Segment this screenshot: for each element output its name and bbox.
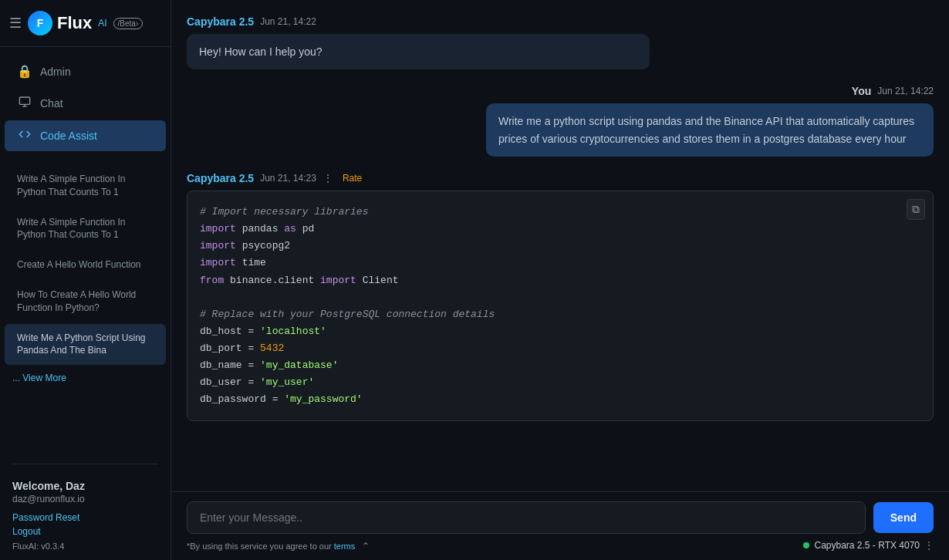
sender-name: Capybara 2.5 [187, 172, 254, 184]
list-item[interactable]: Write A Simple Function In Python That C… [5, 208, 166, 250]
conversation-list: Write A Simple Function In Python That C… [0, 160, 171, 457]
code-line: db_host = 'localhost' [200, 323, 920, 340]
logo-area: F Flux AI /Beta› [28, 11, 143, 35]
sidebar-footer: Welcome, Daz daz@runonflux.io Password R… [0, 471, 171, 560]
sidebar-item-label: Chat [40, 97, 63, 110]
code-line: db_port = 5432 [200, 340, 920, 357]
view-more-button[interactable]: ... View More [0, 366, 171, 390]
sender-name: Capybara 2.5 [187, 15, 254, 28]
message-input[interactable] [187, 501, 866, 534]
list-item[interactable]: Write A Simple Function In Python That C… [5, 165, 166, 207]
code-line: import time [200, 255, 920, 272]
code-line: db_name = 'my_database' [200, 357, 920, 374]
input-area: Send *By using this service you agree to… [171, 491, 949, 560]
chat-icon [17, 96, 32, 111]
hamburger-icon[interactable]: ☰ [9, 15, 22, 32]
sidebar-header: ☰ F Flux AI /Beta› [0, 0, 171, 47]
code-line: # Replace with your PostgreSQL connectio… [200, 306, 920, 323]
chevron-up-icon[interactable]: ⌃ [362, 541, 370, 552]
code-line: from binance.client import Client [200, 272, 920, 289]
terms-bar: *By using this service you agree to our … [187, 534, 934, 554]
model-status-dot [803, 542, 809, 548]
chat-messages: Capybara 2.5 Jun 21, 14:22 Hey! How can … [171, 0, 949, 491]
logout-link[interactable]: Logout [12, 526, 158, 537]
model-options-icon[interactable]: ⋮ [924, 540, 934, 551]
code-line: import psycopg2 [200, 238, 920, 255]
input-row: Send [187, 501, 934, 534]
message-header: Capybara 2.5 Jun 21, 14:22 [187, 15, 934, 28]
welcome-text: Welcome, Daz [12, 480, 158, 492]
timestamp: Jun 21, 14:22 [260, 16, 316, 27]
sidebar-item-admin[interactable]: 🔒 Admin [5, 56, 166, 86]
message-text: Hey! How can I help you? [199, 46, 323, 58]
sidebar-divider [12, 464, 158, 464]
logo-icon: F [28, 11, 52, 35]
message-options-icon[interactable]: ⋮ [323, 172, 333, 184]
code-line: db_user = 'my_user' [200, 374, 920, 391]
message-text: Write me a python script using pandas an… [498, 115, 914, 144]
code-line [200, 289, 920, 306]
sidebar: ☰ F Flux AI /Beta› 🔒 Admin Chat Code Ass… [0, 0, 171, 560]
sidebar-item-label: Code Assist [40, 130, 97, 142]
beta-label: /Beta› [113, 18, 144, 29]
timestamp: Jun 21, 14:23 [260, 173, 316, 184]
message-group: Capybara 2.5 Jun 21, 14:23 ⋮ Rate ⧉ # Im… [187, 172, 934, 421]
terms-text: *By using this service you agree to our … [187, 538, 370, 552]
password-reset-link[interactable]: Password Reset [12, 512, 158, 523]
sidebar-item-code-assist[interactable]: Code Assist [5, 120, 166, 151]
app-title: Flux [57, 13, 92, 33]
sidebar-nav: 🔒 Admin Chat Code Assist [0, 47, 171, 160]
list-item[interactable]: Write Me A Python Script Using Pandas An… [5, 324, 166, 366]
main-content: Capybara 2.5 Jun 21, 14:22 Hey! How can … [171, 0, 949, 560]
model-bar: Capybara 2.5 - RTX 4070 ⋮ [803, 540, 934, 551]
model-name: Capybara 2.5 - RTX 4070 [814, 540, 920, 551]
version-label: FluxAI: v0.3.4 [12, 541, 158, 551]
sender-name: You [852, 85, 871, 97]
message-bubble: Hey! How can I help you? [187, 34, 650, 69]
svg-rect-0 [19, 97, 29, 104]
user-email: daz@runonflux.io [12, 494, 158, 504]
ai-label: AI [98, 18, 106, 29]
message-header: Capybara 2.5 Jun 21, 14:23 ⋮ Rate [187, 172, 934, 184]
code-line: db_password = 'my_password' [200, 391, 920, 408]
message-header: You Jun 21, 14:22 [187, 85, 934, 97]
copy-button[interactable]: ⧉ [907, 199, 925, 220]
code-block: ⧉ # Import necessary libraries import pa… [187, 191, 934, 421]
list-item[interactable]: How To Create A Hello World Function In … [5, 281, 166, 322]
sidebar-item-label: Admin [40, 66, 71, 78]
code-line: import pandas as pd [200, 221, 920, 238]
message-group: Capybara 2.5 Jun 21, 14:22 Hey! How can … [187, 15, 934, 69]
list-item[interactable]: Create A Hello World Function [5, 251, 166, 279]
send-button[interactable]: Send [873, 502, 934, 533]
sidebar-item-chat[interactable]: Chat [5, 88, 166, 119]
lock-icon: 🔒 [17, 64, 32, 79]
message-bubble: Write me a python script using pandas an… [486, 103, 934, 157]
timestamp: Jun 21, 14:22 [877, 86, 934, 96]
message-group: You Jun 21, 14:22 Write me a python scri… [187, 85, 934, 157]
code-icon [17, 128, 32, 143]
code-line: # Import necessary libraries [200, 204, 920, 221]
rate-button[interactable]: Rate [343, 173, 362, 184]
